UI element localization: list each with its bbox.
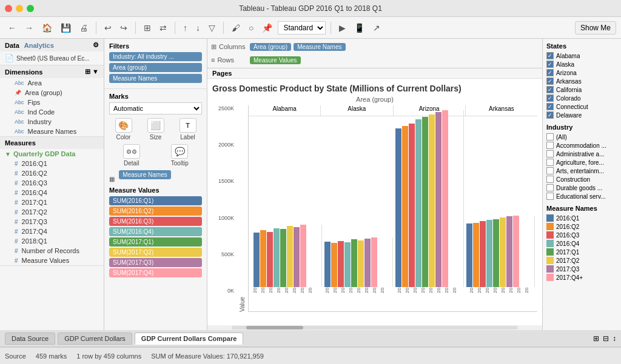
bar-arkansas-2016-Q1[interactable] [466,223,472,287]
analytics-tab[interactable]: Analytics [24,42,54,49]
size-control[interactable]: ⬜ Size [141,118,170,141]
mv-pill-sum-2017-q2-[interactable]: SUM(2017:Q2) [109,248,202,257]
bar-alabama-2017-Q4[interactable] [300,225,306,288]
state-item-arizona[interactable]: ✓Arizona [546,69,617,76]
bar-alaska-2016-Q4[interactable] [344,242,351,287]
mn-legend-2017-q2[interactable]: 2017:Q2 [546,257,617,264]
bar-alaska-2016-Q3[interactable] [338,241,344,288]
color-control[interactable]: 🎨 Color [109,118,138,141]
bar-arizona-2017-Q2[interactable] [429,114,435,287]
state-item-california[interactable]: ✓California [546,86,617,93]
bar-arizona-2017-Q1[interactable] [422,117,428,287]
settings-icon[interactable]: ⚙ [93,41,99,49]
dimension-item-area-(group)[interactable]: 📌Area (group) [0,88,104,98]
bar-alaska-2017-Q4[interactable] [371,237,377,288]
minimize-button[interactable] [16,5,23,12]
col-pill-measure-names[interactable]: Measure Names [294,43,345,51]
sort-icon[interactable]: ↕ [613,334,616,343]
share-button[interactable]: ↗ [370,21,383,35]
bar-alabama-2016-Q4[interactable] [274,228,280,288]
grid-button[interactable]: ⊞ [141,21,154,35]
state-item-colorado[interactable]: ✓Colorado [546,94,617,102]
industry-item--all-[interactable]: (All) [546,133,617,141]
bar-arkansas-2017-Q1[interactable] [493,219,499,288]
measure-item-number-of-records[interactable]: #Number of Records [0,246,104,256]
industry-item-educational-serv---[interactable]: Educational serv... [546,193,617,200]
measure-item-2017-q2[interactable]: #2017:Q2 [0,207,104,217]
state-item-alaska[interactable]: ✓Alaska [546,61,617,68]
filter-pill-area-group-[interactable]: Area (group) [109,63,202,72]
add-sheet-icon[interactable]: ⊞ [593,334,599,343]
show-me-button[interactable]: Show Me [575,21,616,35]
home-button[interactable]: 🏠 [39,21,55,35]
bar-alabama-2017-Q3[interactable] [294,227,300,287]
bar-alaska-2016-Q1[interactable] [324,242,331,287]
bar-arizona-2016-Q4[interactable] [415,119,421,288]
sort-asc-button[interactable]: ↑ [180,21,190,35]
mv-pill-sum-2016-q2-[interactable]: SUM(2016:Q2) [109,207,202,216]
tab-data-source[interactable]: Data Source [5,333,55,345]
state-item-alabama[interactable]: ✓Alabama [546,52,617,59]
mark-color-button[interactable]: 🖌 [229,21,243,35]
filter-button[interactable]: ▽ [206,21,218,35]
state-item-delaware[interactable]: ✓Delaware [546,111,617,119]
measure-item-2016-q3[interactable]: #2016:Q3 [0,178,104,188]
dimension-item-ind-code[interactable]: AbcInd Code [0,107,104,117]
scrollbar-thumb[interactable] [246,326,303,329]
forward-button[interactable]: → [22,21,36,35]
mv-pill-sum-2017-q1-[interactable]: SUM(2017:Q1) [109,237,202,247]
mn-legend-2017-q1[interactable]: 2017:Q1 [546,248,617,256]
bar-alabama-2017-Q1[interactable] [280,229,286,287]
bar-alabama-2016-Q2[interactable] [260,230,266,287]
bar-arkansas-2016-Q3[interactable] [480,221,486,287]
mv-pill-sum-2017-q3-[interactable]: SUM(2017:Q3) [109,258,202,267]
bar-alabama-2016-Q3[interactable] [267,232,273,288]
tab-gdp-current-dollars-compare[interactable]: GDP Current Dollars Compare [135,333,244,345]
present-button[interactable]: ▶ [336,21,349,35]
bar-alaska-2017-Q1[interactable] [351,239,357,287]
measure-item-2017-q3[interactable]: #2017:Q3 [0,217,104,227]
measure-names-pill[interactable]: Measure Names [119,170,170,179]
col-pill-area-group-[interactable]: Area (group) [250,43,291,51]
filter-pill-measure-names[interactable]: Measure Names [109,74,202,83]
scrollbar-area[interactable] [207,325,542,330]
device-button[interactable]: 📱 [351,21,368,35]
dimension-item-industry[interactable]: AbcIndustry [0,117,104,127]
bar-alaska-2016-Q2[interactable] [331,243,337,288]
bar-alabama-2017-Q2[interactable] [287,226,293,287]
redo-button[interactable]: ↪ [117,21,130,35]
filter-pill-industry-all-industry-...[interactable]: Industry: All industry ... [109,52,202,61]
bar-arkansas-2016-Q4[interactable] [486,220,492,287]
tooltip-button[interactable]: ○ [246,21,257,35]
back-button[interactable]: ← [5,21,19,35]
standard-select[interactable]: Standard [278,21,326,35]
marks-type-select[interactable]: Automatic [109,102,202,114]
duplicate-icon[interactable]: ⊟ [603,334,609,343]
mn-legend-2017-q4-[interactable]: 2017:Q4+ [546,274,617,281]
industry-item-arts--entertainm---[interactable]: Arts, entertainm... [546,167,617,174]
measure-item-measure-values[interactable]: #Measure Values [0,256,104,265]
dimensions-toggle[interactable]: ⊞ ▼ [85,68,99,76]
mn-legend-2016-q4[interactable]: 2016:Q4 [546,240,617,247]
swap-button[interactable]: ⇄ [156,21,170,35]
measure-item-2016-q1[interactable]: #2016:Q1 [0,159,104,168]
bar-arkansas-2016-Q2[interactable] [473,223,479,288]
state-item-connecticut[interactable]: ✓Connecticut [546,103,617,110]
data-tab[interactable]: Data [5,42,19,49]
bar-arkansas-2017-Q2[interactable] [500,217,506,287]
label-control[interactable]: T Label [173,118,202,141]
measures-group-item[interactable]: ▼ Quarterly GDP Data [0,149,104,159]
sort-desc-button[interactable]: ↓ [193,21,203,35]
bar-arizona-2016-Q3[interactable] [409,124,415,287]
save-button[interactable]: 💾 [58,21,74,35]
dimension-item-fips[interactable]: AbcFips [0,98,104,107]
dimension-item-area[interactable]: AbcArea [0,78,104,88]
bar-arkansas-2017-Q3[interactable] [506,216,512,287]
bar-arizona-2017-Q4[interactable] [442,110,448,288]
industry-item-durable-goods----[interactable]: Durable goods ... [546,184,617,191]
print-button[interactable]: 🖨 [76,21,91,35]
measure-item-2017-q1[interactable]: #2017:Q1 [0,197,104,207]
mn-legend-2016-q1[interactable]: 2016:Q1 [546,214,617,222]
measure-item-2018-q1[interactable]: #2018:Q1 [0,236,104,246]
detail-control[interactable]: ⚙⚙ Detail [109,144,154,167]
